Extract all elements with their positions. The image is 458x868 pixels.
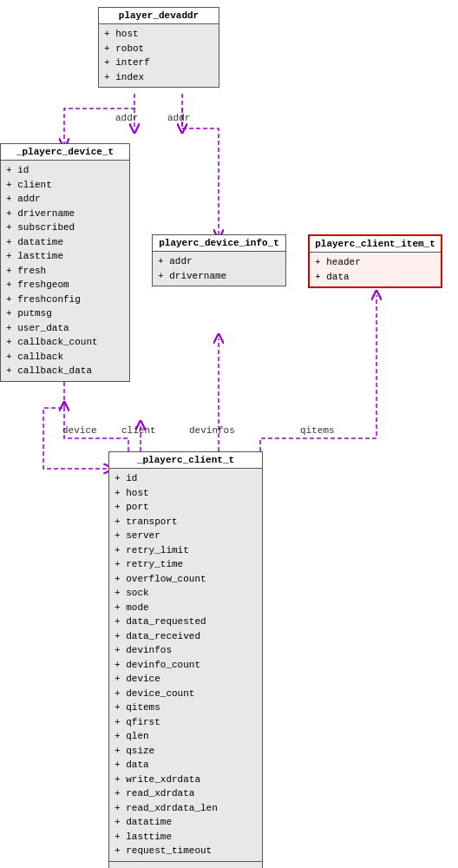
field: + callback_data	[6, 364, 124, 378]
field: + devinfo_count	[114, 658, 257, 673]
field: + robot	[104, 42, 213, 56]
field: + devinfos	[114, 643, 257, 658]
box-playerc-client-item-t-title: playerc_client_item_t	[310, 236, 441, 253]
field: + addr	[158, 254, 280, 269]
field: + port	[114, 500, 257, 515]
label-qitems: qitems	[300, 425, 335, 436]
field: + freshconfig	[6, 293, 124, 307]
field: + client	[6, 178, 124, 193]
field: + qlen	[114, 729, 257, 744]
box-playerc-device-t-title: _playerc_device_t	[1, 144, 129, 161]
box-playerc-device-info-t-title: playerc_device_info_t	[153, 235, 285, 252]
field: + lasttime	[114, 830, 257, 845]
field: + transport	[114, 515, 257, 529]
field: + callback	[6, 350, 124, 365]
field: + datatime	[114, 815, 257, 830]
field: + user_data	[6, 321, 124, 336]
field: + drivername	[158, 269, 280, 284]
box-player-devaddr-title: player_devaddr	[99, 8, 219, 24]
field: + id	[114, 471, 257, 486]
field: + index	[104, 70, 213, 85]
field: + server	[114, 529, 257, 543]
field: + data_requested	[114, 615, 257, 629]
field: + sock	[114, 586, 257, 601]
field: + overflow_count	[114, 572, 257, 587]
field: + qitems	[114, 700, 257, 715]
field: + qfirst	[114, 715, 257, 730]
label-addr-right: addr	[167, 113, 190, 123]
field: + addr	[6, 192, 124, 207]
field: + mode	[114, 601, 257, 615]
field: + request_timeout	[114, 844, 257, 858]
field: + datatime	[6, 235, 124, 250]
field: + interf	[104, 56, 213, 70]
field: + host	[114, 486, 257, 501]
field: + read_xdrdata	[114, 786, 257, 801]
field: + read_xdrdata_len	[114, 801, 257, 816]
box-playerc-device-info-t: playerc_device_info_t + addr + drivernam…	[152, 234, 286, 286]
field: + retry_limit	[114, 543, 257, 558]
field: + retry_time	[114, 557, 257, 572]
box-playerc-client-t-title: _playerc_client_t	[109, 452, 262, 469]
field: + subscribed	[6, 220, 124, 235]
field: + callback_count	[6, 335, 124, 350]
box-playerc-client-t: _playerc_client_t + id + host + port + t…	[108, 451, 263, 868]
field: + freshgeom	[6, 278, 124, 293]
field: + lasttime	[6, 249, 124, 264]
field: + fresh	[6, 264, 124, 279]
label-device: device	[62, 425, 97, 436]
field: + write_xdrdata	[114, 773, 257, 787]
field: + device_count	[114, 687, 257, 701]
field: + header	[315, 255, 435, 270]
box-playerc-device-t: _playerc_device_t + id + client + addr +…	[0, 143, 130, 382]
box-playerc-client-t-body: + id + host + port + transport + server …	[109, 469, 262, 861]
box-playerc-device-info-t-body: + addr + drivername	[153, 252, 285, 286]
field: + data	[315, 270, 435, 285]
box-player-devaddr-body: + host + robot + interf + index	[99, 24, 219, 87]
box-player-devaddr: player_devaddr + host + robot + interf +…	[98, 7, 219, 88]
label-client: client	[121, 425, 156, 436]
label-addr-left: addr	[115, 113, 138, 123]
field: + id	[6, 163, 124, 178]
box-footer	[109, 861, 262, 869]
field: + data_received	[114, 629, 257, 644]
box-playerc-client-item-t-body: + header + data	[310, 253, 441, 286]
field: + data	[114, 758, 257, 773]
field: + host	[104, 27, 213, 42]
box-playerc-device-t-body: + id + client + addr + drivername + subs…	[1, 161, 129, 381]
label-devinfos: devinfos	[189, 425, 235, 436]
field: + putmsg	[6, 306, 124, 321]
field: + device	[114, 672, 257, 687]
field: + drivername	[6, 207, 124, 221]
diagram-container: player_devaddr + host + robot + interf +…	[0, 0, 458, 868]
field: + qsize	[114, 744, 257, 759]
box-playerc-client-item-t: playerc_client_item_t + header + data	[308, 234, 442, 288]
